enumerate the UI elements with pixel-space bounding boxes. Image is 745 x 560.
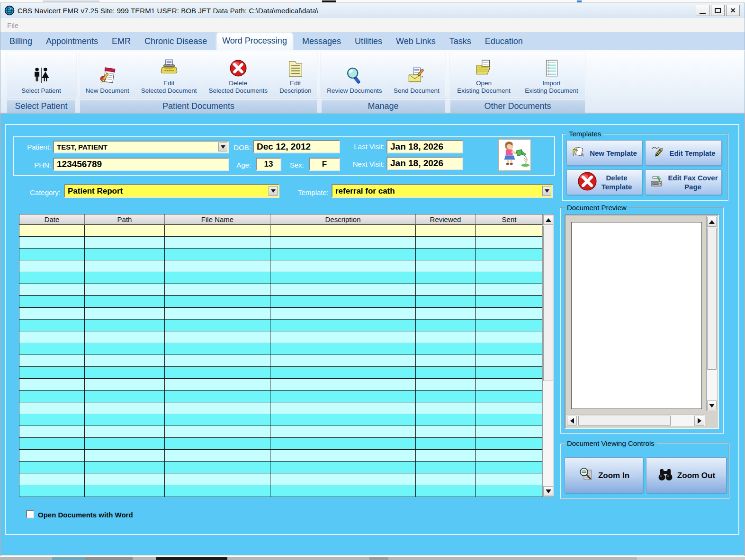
maximize-button[interactable] [711,5,725,16]
table-cell [19,450,85,462]
preview-scroll-down-button[interactable] [707,400,717,410]
tab-messages[interactable]: Messages [297,34,346,50]
open-existing-document-button[interactable]: Open Existing Document [454,52,513,98]
scrollbar-thumb[interactable] [543,226,553,381]
dob-field[interactable]: Dec 12, 2012 [253,140,340,153]
close-button[interactable]: × [726,5,740,16]
column-header-file-name[interactable]: File Name [165,214,270,225]
sex-field[interactable]: F [309,158,340,171]
delete-template-button[interactable]: DeleteTemplate [566,169,642,195]
table-row[interactable] [19,485,543,497]
preview-scroll-left-button[interactable] [567,416,577,426]
delete-selected-documents-button[interactable]: Delete Selected Documents [206,52,270,98]
table-row[interactable] [19,462,543,473]
table-row[interactable] [19,391,543,402]
preview-scroll-right-button[interactable] [694,416,704,426]
table-row[interactable] [19,331,543,343]
column-header-date[interactable]: Date [19,214,85,225]
table-cell [85,379,165,391]
table-row[interactable] [19,355,543,367]
age-field[interactable]: 13 [256,158,281,171]
table-cell [416,438,476,450]
patient-name-dropdown[interactable]: TEST, PATIENT [53,141,229,153]
new-template-button[interactable]: New Template [566,140,642,166]
tab-word-processing[interactable]: Word Processing [216,33,293,50]
table-scrollbar[interactable] [542,214,554,497]
import-existing-document-button[interactable]: Import Existing Document [522,52,581,98]
table-row[interactable] [19,450,543,462]
table-row[interactable] [19,320,543,331]
table-row[interactable] [19,414,543,426]
table-row[interactable] [19,249,543,260]
dob-value: Dec 12, 2012 [257,142,311,152]
preview-horizontal-scrollbar[interactable] [566,415,705,426]
table-cell [476,260,543,272]
table-cell [416,296,476,308]
table-row[interactable] [19,284,543,296]
table-cell [165,367,270,379]
column-header-description[interactable]: Description [270,214,416,225]
review-documents-button[interactable]: Review Documents [324,52,385,98]
title-bar[interactable]: CBS Navicert EMR v7.25 Site: 999 TERM1 U… [0,3,745,18]
tab-emr[interactable]: EMR [107,34,135,50]
column-header-sent[interactable]: Sent [476,214,543,225]
table-cell [19,308,85,320]
table-cell [270,438,416,450]
patient-dropdown-button[interactable] [218,142,227,151]
ribbon-group-other-documents: Open Existing Document [449,51,586,113]
new-document-button[interactable]: New Document [82,52,132,98]
column-header-path[interactable]: Path [85,214,165,225]
menu-file[interactable]: File [7,21,18,29]
delete-circle-icon [229,58,248,79]
table-row[interactable] [19,402,543,414]
table-row[interactable] [19,260,543,272]
table-cell [476,320,543,331]
table-row[interactable] [19,438,543,450]
category-dropdown[interactable]: Patient Report [64,184,279,198]
send-document-button[interactable]: Send Document [391,52,442,98]
table-row[interactable] [19,473,543,485]
template-dropdown-button[interactable] [542,186,551,196]
edit-selected-document-button[interactable]: Edit Selected Document [138,52,200,98]
table-row[interactable] [19,296,543,308]
table-row[interactable] [19,225,543,237]
column-header-reviewed[interactable]: Reviewed [416,214,476,225]
edit-description-button[interactable]: Edit Description [277,52,314,98]
tab-utilities[interactable]: Utilities [350,34,387,50]
button-label: Existing Document [457,87,511,95]
select-patient-button[interactable]: Select Patient [18,52,63,98]
table-row[interactable] [19,272,543,284]
tab-billing[interactable]: Billing [5,34,37,50]
table-row[interactable] [19,308,543,320]
zoom-in-button[interactable]: Zoom In [565,457,643,493]
category-dropdown-button[interactable] [269,186,278,196]
phn-field[interactable]: 123456789 [53,158,229,171]
tab-appointments[interactable]: Appointments [41,34,103,50]
preview-vscroll-thumb[interactable] [707,228,717,370]
open-with-word-checkbox[interactable] [26,510,34,518]
zoom-out-button[interactable]: Zoom Out [646,457,727,493]
preview-hscroll-thumb[interactable] [578,416,671,426]
tab-tasks[interactable]: Tasks [445,34,476,50]
table-row[interactable] [19,343,543,355]
table-row[interactable] [19,426,543,438]
preview-vertical-scrollbar[interactable] [706,216,717,411]
tab-chronic-disease[interactable]: Chronic Disease [140,34,212,50]
preview-scroll-up-button[interactable] [707,217,717,227]
table-row[interactable] [19,379,543,391]
tab-education[interactable]: Education [480,34,528,50]
table-cell [85,473,165,485]
edit-fax-cover-button[interactable]: Edit Fax CoverPage [645,169,722,195]
table-cell [19,343,85,355]
scroll-up-button[interactable] [543,215,553,225]
template-dropdown[interactable]: referral for cath [332,184,553,198]
table-cell [270,296,416,308]
table-row[interactable] [19,237,543,249]
last-visit-field[interactable]: Jan 18, 2026 [386,140,463,153]
tab-web-links[interactable]: Web Links [391,34,440,50]
scroll-down-button[interactable] [543,486,553,496]
minimize-button[interactable] [696,5,709,16]
edit-template-button[interactable]: Edit Template [645,140,722,166]
table-row[interactable] [19,367,543,379]
next-visit-field[interactable]: Jan 18, 2026 [386,157,463,170]
